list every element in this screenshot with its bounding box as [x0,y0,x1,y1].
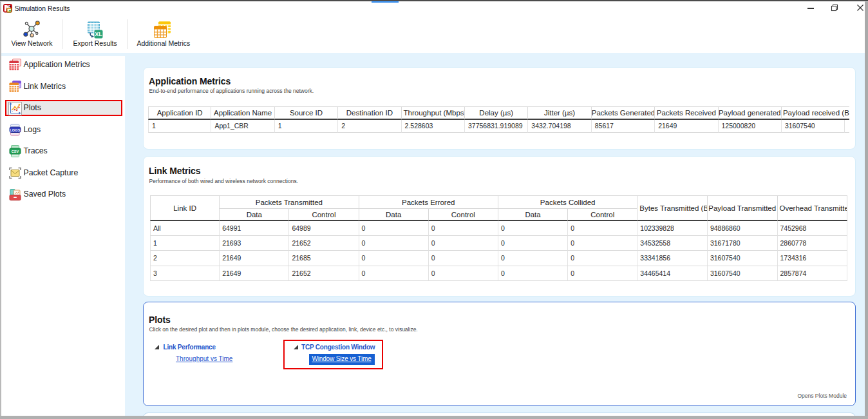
svg-text:CSV: CSV [12,150,19,153]
svg-text:XL: XL [95,31,102,37]
svg-text:LOGS: LOGS [10,128,21,132]
